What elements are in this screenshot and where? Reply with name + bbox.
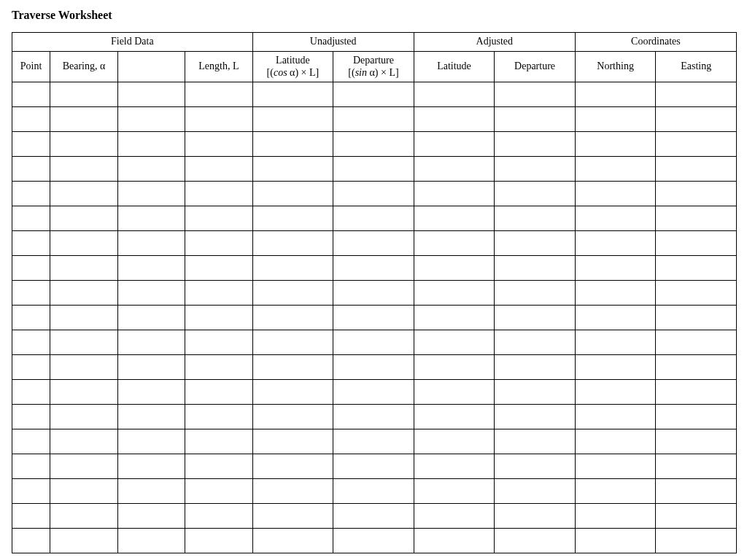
cell bbox=[656, 380, 737, 405]
cell bbox=[50, 107, 117, 132]
cell bbox=[252, 231, 333, 256]
cell bbox=[333, 132, 414, 157]
cell bbox=[575, 405, 656, 429]
cell bbox=[495, 429, 576, 454]
cell bbox=[12, 231, 50, 256]
cell bbox=[333, 380, 414, 405]
cell bbox=[495, 256, 576, 281]
cell bbox=[185, 429, 252, 454]
cell bbox=[575, 107, 656, 132]
cell bbox=[50, 281, 117, 306]
cell bbox=[117, 479, 185, 504]
table-row bbox=[12, 504, 737, 529]
table-row bbox=[12, 82, 737, 107]
cell bbox=[185, 306, 252, 330]
cell bbox=[252, 281, 333, 306]
cell bbox=[333, 281, 414, 306]
cell bbox=[656, 429, 737, 454]
cell bbox=[50, 504, 117, 529]
col-adj-departure: Departure bbox=[495, 51, 576, 82]
cell bbox=[185, 454, 252, 479]
cell bbox=[656, 231, 737, 256]
cell bbox=[495, 231, 576, 256]
cell bbox=[185, 405, 252, 429]
group-field-data: Field Data bbox=[12, 33, 253, 52]
cell bbox=[252, 504, 333, 529]
table-row bbox=[12, 182, 737, 206]
cell bbox=[117, 281, 185, 306]
cell bbox=[252, 330, 333, 355]
cell bbox=[252, 82, 333, 107]
cell bbox=[117, 454, 185, 479]
cell bbox=[185, 380, 252, 405]
cell bbox=[50, 182, 117, 206]
table-row bbox=[12, 256, 737, 281]
cell bbox=[252, 405, 333, 429]
cell bbox=[117, 157, 185, 182]
cell bbox=[495, 306, 576, 330]
cell bbox=[185, 281, 252, 306]
cell bbox=[575, 504, 656, 529]
cell bbox=[333, 107, 414, 132]
table-row bbox=[12, 529, 737, 553]
cell bbox=[414, 355, 495, 380]
cell bbox=[50, 405, 117, 429]
cell bbox=[12, 281, 50, 306]
cell bbox=[333, 82, 414, 107]
cell bbox=[117, 206, 185, 231]
cell bbox=[495, 504, 576, 529]
cell bbox=[12, 206, 50, 231]
cell bbox=[185, 256, 252, 281]
cell bbox=[185, 479, 252, 504]
cell bbox=[414, 256, 495, 281]
cell bbox=[50, 231, 117, 256]
traverse-table: Field Data Unadjusted Adjusted Coordinat… bbox=[12, 32, 737, 553]
group-unadjusted: Unadjusted bbox=[252, 33, 414, 52]
cell bbox=[252, 182, 333, 206]
cell bbox=[252, 454, 333, 479]
cell bbox=[252, 429, 333, 454]
cell bbox=[252, 206, 333, 231]
cell bbox=[575, 429, 656, 454]
cell bbox=[575, 82, 656, 107]
cell bbox=[414, 107, 495, 132]
cell bbox=[117, 82, 185, 107]
col-unadj-departure: Departure [(sin α) × L] bbox=[333, 51, 414, 82]
col-bearing: Bearing, α bbox=[50, 51, 117, 82]
cell bbox=[252, 479, 333, 504]
group-adjusted: Adjusted bbox=[414, 33, 575, 52]
cell bbox=[333, 206, 414, 231]
cell bbox=[12, 504, 50, 529]
cell bbox=[495, 182, 576, 206]
cell bbox=[575, 281, 656, 306]
cell bbox=[575, 529, 656, 553]
table-body bbox=[12, 82, 737, 553]
cell bbox=[575, 355, 656, 380]
cell bbox=[414, 429, 495, 454]
cell bbox=[656, 82, 737, 107]
cell bbox=[252, 132, 333, 157]
cell bbox=[495, 380, 576, 405]
cell bbox=[50, 454, 117, 479]
cell bbox=[495, 107, 576, 132]
cell bbox=[575, 479, 656, 504]
cell bbox=[414, 231, 495, 256]
cell bbox=[185, 330, 252, 355]
cell bbox=[50, 529, 117, 553]
cell bbox=[414, 206, 495, 231]
cell bbox=[656, 529, 737, 553]
cell bbox=[333, 479, 414, 504]
cell bbox=[495, 529, 576, 553]
cell bbox=[252, 157, 333, 182]
cell bbox=[50, 157, 117, 182]
cell bbox=[185, 182, 252, 206]
cell bbox=[333, 529, 414, 553]
header-group-row: Field Data Unadjusted Adjusted Coordinat… bbox=[12, 33, 737, 52]
cell bbox=[495, 479, 576, 504]
cell bbox=[117, 504, 185, 529]
cell bbox=[117, 330, 185, 355]
cell bbox=[656, 132, 737, 157]
cell bbox=[50, 132, 117, 157]
cell bbox=[414, 281, 495, 306]
cell bbox=[50, 82, 117, 107]
